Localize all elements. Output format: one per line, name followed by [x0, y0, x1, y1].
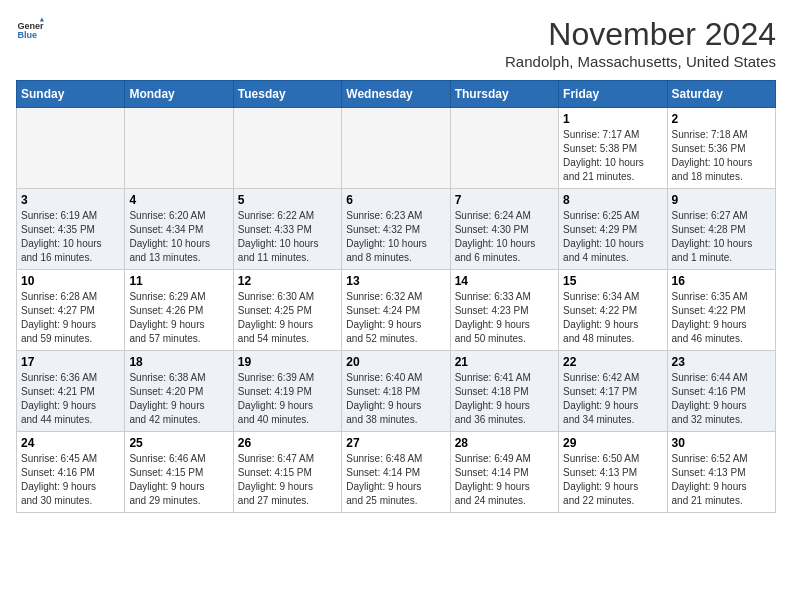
day-number: 19 [238, 355, 337, 369]
weekday-header: Monday [125, 81, 233, 108]
day-info: Sunrise: 6:34 AM Sunset: 4:22 PM Dayligh… [563, 290, 662, 346]
day-number: 26 [238, 436, 337, 450]
calendar-cell: 27Sunrise: 6:48 AM Sunset: 4:14 PM Dayli… [342, 432, 450, 513]
day-info: Sunrise: 6:45 AM Sunset: 4:16 PM Dayligh… [21, 452, 120, 508]
day-info: Sunrise: 6:42 AM Sunset: 4:17 PM Dayligh… [563, 371, 662, 427]
calendar-week-row: 10Sunrise: 6:28 AM Sunset: 4:27 PM Dayli… [17, 270, 776, 351]
calendar-cell: 11Sunrise: 6:29 AM Sunset: 4:26 PM Dayli… [125, 270, 233, 351]
calendar-cell: 22Sunrise: 6:42 AM Sunset: 4:17 PM Dayli… [559, 351, 667, 432]
svg-marker-2 [40, 17, 44, 21]
day-number: 30 [672, 436, 771, 450]
day-number: 2 [672, 112, 771, 126]
day-info: Sunrise: 6:28 AM Sunset: 4:27 PM Dayligh… [21, 290, 120, 346]
svg-text:General: General [17, 21, 44, 31]
day-info: Sunrise: 6:39 AM Sunset: 4:19 PM Dayligh… [238, 371, 337, 427]
weekday-header: Wednesday [342, 81, 450, 108]
day-info: Sunrise: 7:17 AM Sunset: 5:38 PM Dayligh… [563, 128, 662, 184]
calendar-week-row: 3Sunrise: 6:19 AM Sunset: 4:35 PM Daylig… [17, 189, 776, 270]
calendar-cell: 29Sunrise: 6:50 AM Sunset: 4:13 PM Dayli… [559, 432, 667, 513]
day-info: Sunrise: 6:46 AM Sunset: 4:15 PM Dayligh… [129, 452, 228, 508]
calendar-cell: 28Sunrise: 6:49 AM Sunset: 4:14 PM Dayli… [450, 432, 558, 513]
day-number: 27 [346, 436, 445, 450]
month-title: November 2024 [505, 16, 776, 53]
day-info: Sunrise: 6:49 AM Sunset: 4:14 PM Dayligh… [455, 452, 554, 508]
calendar-cell: 20Sunrise: 6:40 AM Sunset: 4:18 PM Dayli… [342, 351, 450, 432]
day-number: 15 [563, 274, 662, 288]
calendar-cell [233, 108, 341, 189]
calendar-cell: 1Sunrise: 7:17 AM Sunset: 5:38 PM Daylig… [559, 108, 667, 189]
page-header: General Blue November 2024 Randolph, Mas… [16, 16, 776, 70]
calendar-cell: 2Sunrise: 7:18 AM Sunset: 5:36 PM Daylig… [667, 108, 775, 189]
day-info: Sunrise: 6:32 AM Sunset: 4:24 PM Dayligh… [346, 290, 445, 346]
day-number: 20 [346, 355, 445, 369]
day-number: 8 [563, 193, 662, 207]
calendar-cell: 13Sunrise: 6:32 AM Sunset: 4:24 PM Dayli… [342, 270, 450, 351]
day-info: Sunrise: 6:27 AM Sunset: 4:28 PM Dayligh… [672, 209, 771, 265]
day-info: Sunrise: 6:25 AM Sunset: 4:29 PM Dayligh… [563, 209, 662, 265]
day-number: 10 [21, 274, 120, 288]
calendar-cell [17, 108, 125, 189]
title-block: November 2024 Randolph, Massachusetts, U… [505, 16, 776, 70]
calendar-cell: 17Sunrise: 6:36 AM Sunset: 4:21 PM Dayli… [17, 351, 125, 432]
day-info: Sunrise: 6:24 AM Sunset: 4:30 PM Dayligh… [455, 209, 554, 265]
day-info: Sunrise: 6:19 AM Sunset: 4:35 PM Dayligh… [21, 209, 120, 265]
day-info: Sunrise: 6:22 AM Sunset: 4:33 PM Dayligh… [238, 209, 337, 265]
calendar-cell: 30Sunrise: 6:52 AM Sunset: 4:13 PM Dayli… [667, 432, 775, 513]
calendar-week-row: 17Sunrise: 6:36 AM Sunset: 4:21 PM Dayli… [17, 351, 776, 432]
calendar-cell: 5Sunrise: 6:22 AM Sunset: 4:33 PM Daylig… [233, 189, 341, 270]
calendar-cell: 24Sunrise: 6:45 AM Sunset: 4:16 PM Dayli… [17, 432, 125, 513]
calendar-cell [342, 108, 450, 189]
svg-text:Blue: Blue [17, 30, 37, 40]
calendar-cell: 12Sunrise: 6:30 AM Sunset: 4:25 PM Dayli… [233, 270, 341, 351]
calendar-cell: 9Sunrise: 6:27 AM Sunset: 4:28 PM Daylig… [667, 189, 775, 270]
day-number: 24 [21, 436, 120, 450]
calendar-table: SundayMondayTuesdayWednesdayThursdayFrid… [16, 80, 776, 513]
calendar-cell: 23Sunrise: 6:44 AM Sunset: 4:16 PM Dayli… [667, 351, 775, 432]
day-number: 11 [129, 274, 228, 288]
weekday-header: Thursday [450, 81, 558, 108]
day-number: 29 [563, 436, 662, 450]
day-info: Sunrise: 6:48 AM Sunset: 4:14 PM Dayligh… [346, 452, 445, 508]
calendar-cell: 18Sunrise: 6:38 AM Sunset: 4:20 PM Dayli… [125, 351, 233, 432]
day-number: 18 [129, 355, 228, 369]
weekday-header: Friday [559, 81, 667, 108]
calendar-cell: 4Sunrise: 6:20 AM Sunset: 4:34 PM Daylig… [125, 189, 233, 270]
calendar-cell: 10Sunrise: 6:28 AM Sunset: 4:27 PM Dayli… [17, 270, 125, 351]
day-number: 28 [455, 436, 554, 450]
logo-icon: General Blue [16, 16, 44, 44]
day-info: Sunrise: 6:38 AM Sunset: 4:20 PM Dayligh… [129, 371, 228, 427]
day-info: Sunrise: 6:52 AM Sunset: 4:13 PM Dayligh… [672, 452, 771, 508]
day-number: 13 [346, 274, 445, 288]
day-number: 3 [21, 193, 120, 207]
weekday-header: Sunday [17, 81, 125, 108]
day-info: Sunrise: 6:30 AM Sunset: 4:25 PM Dayligh… [238, 290, 337, 346]
day-number: 14 [455, 274, 554, 288]
calendar-cell: 7Sunrise: 6:24 AM Sunset: 4:30 PM Daylig… [450, 189, 558, 270]
day-number: 9 [672, 193, 771, 207]
calendar-cell [450, 108, 558, 189]
day-number: 16 [672, 274, 771, 288]
calendar-cell: 21Sunrise: 6:41 AM Sunset: 4:18 PM Dayli… [450, 351, 558, 432]
calendar-cell: 8Sunrise: 6:25 AM Sunset: 4:29 PM Daylig… [559, 189, 667, 270]
calendar-cell: 15Sunrise: 6:34 AM Sunset: 4:22 PM Dayli… [559, 270, 667, 351]
calendar-cell: 25Sunrise: 6:46 AM Sunset: 4:15 PM Dayli… [125, 432, 233, 513]
day-number: 7 [455, 193, 554, 207]
day-number: 1 [563, 112, 662, 126]
day-number: 17 [21, 355, 120, 369]
calendar-cell: 3Sunrise: 6:19 AM Sunset: 4:35 PM Daylig… [17, 189, 125, 270]
location: Randolph, Massachusetts, United States [505, 53, 776, 70]
day-info: Sunrise: 6:35 AM Sunset: 4:22 PM Dayligh… [672, 290, 771, 346]
day-info: Sunrise: 6:23 AM Sunset: 4:32 PM Dayligh… [346, 209, 445, 265]
calendar-header-row: SundayMondayTuesdayWednesdayThursdayFrid… [17, 81, 776, 108]
day-number: 12 [238, 274, 337, 288]
day-info: Sunrise: 6:50 AM Sunset: 4:13 PM Dayligh… [563, 452, 662, 508]
calendar-cell [125, 108, 233, 189]
day-info: Sunrise: 6:20 AM Sunset: 4:34 PM Dayligh… [129, 209, 228, 265]
calendar-cell: 19Sunrise: 6:39 AM Sunset: 4:19 PM Dayli… [233, 351, 341, 432]
calendar-week-row: 1Sunrise: 7:17 AM Sunset: 5:38 PM Daylig… [17, 108, 776, 189]
day-number: 4 [129, 193, 228, 207]
day-number: 25 [129, 436, 228, 450]
day-info: Sunrise: 6:29 AM Sunset: 4:26 PM Dayligh… [129, 290, 228, 346]
day-number: 6 [346, 193, 445, 207]
day-number: 5 [238, 193, 337, 207]
